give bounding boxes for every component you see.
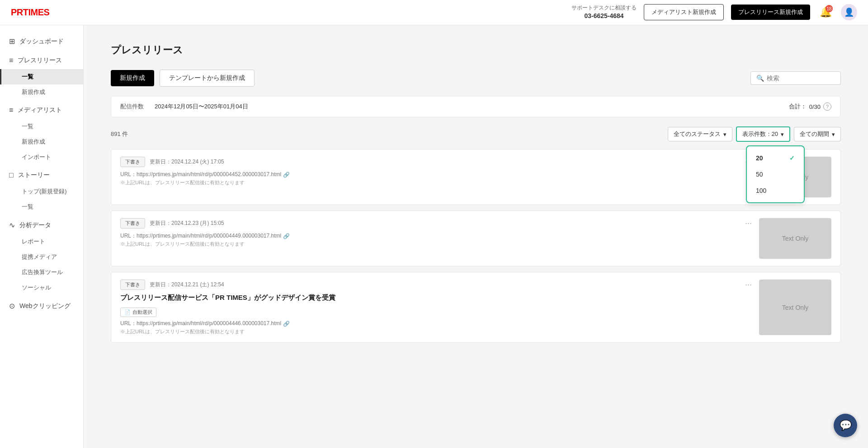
sidebar-subitem-partner-media[interactable]: 提携メディア bbox=[0, 249, 83, 265]
sidebar-subitem-ad-tool[interactable]: 広告換算ツール bbox=[0, 265, 83, 280]
status-badge: 下書き bbox=[120, 218, 145, 229]
release-url: URL：https://prtimes.jp/main/html/rd/p/00… bbox=[120, 232, 752, 240]
sidebar-item-label: 分析データ bbox=[19, 221, 51, 229]
link-icon: 🔗 bbox=[283, 321, 290, 327]
story-icon: □ bbox=[9, 171, 14, 179]
notification-bell[interactable]: 🔔 18 bbox=[817, 4, 834, 20]
chevron-down-icon: ▾ bbox=[723, 131, 726, 138]
topbar-right: サポートデスクに相談する 03-6625-4684 メディアリスト新規作成 プレ… bbox=[571, 4, 857, 20]
stats-total-label: 合計： bbox=[789, 103, 807, 111]
avatar[interactable]: 👤 bbox=[841, 4, 857, 20]
logo: PRTIMES bbox=[11, 7, 49, 18]
tag-icon: 📄 bbox=[124, 309, 131, 315]
search-input[interactable] bbox=[767, 75, 835, 82]
filter-bar: 891 件 全てのステータス ▾ 表示件数：20 ▾ 20 ✓ bbox=[111, 126, 841, 142]
help-icon[interactable]: ? bbox=[823, 103, 831, 111]
display-count-dropdown: 20 ✓ 50 100 bbox=[746, 145, 805, 203]
stats-total: 合計： 0/30 ? bbox=[789, 103, 831, 111]
stats-bar: 配信件数 2024年12月05日〜2025年01月04日 合計： 0/30 ? bbox=[111, 96, 841, 117]
release-note: ※上記URLは、プレスリリース配信後に有効となります bbox=[120, 328, 752, 335]
sidebar-section-story: □ ストーリー トップ(新規登録) 一覧 bbox=[0, 167, 83, 215]
sidebar-subitem-new[interactable]: 新規作成 bbox=[0, 84, 83, 100]
dropdown-item-50[interactable]: 50 bbox=[747, 166, 804, 182]
sidebar-item-dashboard[interactable]: ⊞ ダッシュボード bbox=[0, 33, 83, 50]
release-note: ※上記URLは、プレスリリース配信後に有効となります bbox=[120, 179, 752, 186]
status-filter[interactable]: 全てのステータス ▾ bbox=[668, 127, 732, 141]
release-date: 更新日：2024.12.21 (土) 12:54 bbox=[150, 281, 224, 289]
dropdown-option-label: 50 bbox=[756, 171, 763, 178]
sidebar-item-analytics[interactable]: ∿ 分析データ bbox=[0, 216, 83, 234]
release-list: 下書き 更新日：2024.12.24 (火) 17:05 ··· URL：htt… bbox=[111, 149, 841, 343]
link-icon: 🔗 bbox=[283, 172, 290, 178]
sidebar-item-web-clipping[interactable]: ⊙ Webクリッピング bbox=[0, 297, 83, 315]
sidebar-section-analytics: ∿ 分析データ レポート 提携メディア 広告換算ツール ソーシャル bbox=[0, 216, 83, 295]
display-count-label: 表示件数：20 bbox=[742, 130, 778, 138]
new-button[interactable]: 新規作成 bbox=[111, 70, 154, 86]
sidebar-subitem-report[interactable]: レポート bbox=[0, 234, 83, 249]
sidebar-section-media-list: ≡ メディアリスト 一覧 新規作成 インポート bbox=[0, 102, 83, 165]
media-list-icon: ≡ bbox=[9, 106, 13, 114]
release-item: 下書き 更新日：2024.12.21 (土) 12:54 ··· プレスリリース… bbox=[111, 272, 841, 343]
more-button[interactable]: ··· bbox=[745, 219, 752, 228]
period-filter[interactable]: 全ての期間 ▾ bbox=[794, 127, 841, 141]
release-meta: 下書き 更新日：2024.12.24 (火) 17:05 ··· bbox=[120, 157, 752, 167]
status-badge: 下書き bbox=[120, 157, 145, 167]
check-icon: ✓ bbox=[789, 154, 795, 162]
press-release-icon: ≡ bbox=[9, 56, 13, 65]
sidebar-subitem-social[interactable]: ソーシャル bbox=[0, 280, 83, 295]
support-label: サポートデスクに相談する bbox=[571, 4, 637, 12]
media-list-create-button[interactable]: メディアリスト新規作成 bbox=[644, 4, 724, 20]
template-button[interactable]: テンプレートから新規作成 bbox=[160, 70, 255, 87]
sidebar-item-label: ストーリー bbox=[18, 171, 50, 179]
dropdown-option-label: 100 bbox=[756, 187, 766, 194]
support-info: サポートデスクに相談する 03-6625-4684 bbox=[571, 4, 637, 20]
analytics-icon: ∿ bbox=[9, 221, 15, 229]
sidebar-item-story[interactable]: □ ストーリー bbox=[0, 167, 83, 184]
release-date: 更新日：2024.12.24 (火) 17:05 bbox=[150, 158, 224, 166]
release-meta: 下書き 更新日：2024.12.21 (土) 12:54 ··· bbox=[120, 280, 752, 290]
release-info: 下書き 更新日：2024.12.21 (土) 12:54 ··· プレスリリース… bbox=[120, 280, 752, 335]
chat-icon: 💬 bbox=[840, 420, 852, 431]
sidebar-section-dashboard: ⊞ ダッシュボード bbox=[0, 33, 83, 50]
stats-total-value: 0/30 bbox=[809, 103, 821, 110]
more-button[interactable]: ··· bbox=[745, 280, 752, 289]
search-box: 🔍 bbox=[750, 71, 841, 85]
filter-right: 全てのステータス ▾ 表示件数：20 ▾ 20 ✓ 50 bbox=[668, 126, 841, 142]
release-date: 更新日：2024.12.23 (月) 15:05 bbox=[150, 219, 224, 227]
dropdown-item-100[interactable]: 100 bbox=[747, 182, 804, 199]
sidebar-subitem-story-top[interactable]: トップ(新規登録) bbox=[0, 184, 83, 199]
release-note: ※上記URLは、プレスリリース配信後に有効となります bbox=[120, 241, 752, 247]
sidebar-item-label: メディアリスト bbox=[18, 106, 62, 114]
sidebar-subitem-story-list[interactable]: 一覧 bbox=[0, 199, 83, 215]
sidebar-item-label: ダッシュボード bbox=[19, 37, 64, 46]
toolbar: 新規作成 テンプレートから新規作成 🔍 bbox=[111, 70, 841, 87]
release-item: 下書き 更新日：2024.12.24 (火) 17:05 ··· URL：htt… bbox=[111, 149, 841, 205]
release-info: 下書き 更新日：2024.12.23 (月) 15:05 ··· URL：htt… bbox=[120, 218, 752, 259]
link-icon: 🔗 bbox=[283, 233, 290, 239]
sidebar-item-label: プレスリリース bbox=[18, 56, 62, 65]
web-clipping-icon: ⊙ bbox=[9, 302, 15, 310]
release-item: 下書き 更新日：2024.12.23 (月) 15:05 ··· URL：htt… bbox=[111, 210, 841, 266]
sidebar: ⊞ ダッシュボード ≡ プレスリリース 一覧 新規作成 ≡ bbox=[0, 25, 84, 448]
sidebar-subitem-import[interactable]: インポート bbox=[0, 149, 83, 165]
release-url: URL：https://prtimes.jp/main/html/rd/p/00… bbox=[120, 320, 752, 327]
new-release-button[interactable]: プレスリリース新規作成 bbox=[731, 5, 810, 20]
support-phone: 03-6625-4684 bbox=[571, 12, 637, 21]
sidebar-subitem-media-new[interactable]: 新規作成 bbox=[0, 134, 83, 149]
display-count-filter[interactable]: 表示件数：20 ▾ bbox=[736, 126, 790, 142]
dropdown-item-20[interactable]: 20 ✓ bbox=[747, 150, 804, 166]
sidebar-subitem-list[interactable]: 一覧 bbox=[0, 69, 83, 84]
release-thumbnail: Text Only bbox=[759, 280, 831, 335]
release-title: プレスリリース配信サービス「PR TIMES」がグッドデザイン賞を受賞 bbox=[120, 294, 752, 302]
status-badge: 下書き bbox=[120, 280, 145, 290]
sidebar-subitem-media-list[interactable]: 一覧 bbox=[0, 119, 83, 134]
dashboard-icon: ⊞ bbox=[9, 37, 15, 46]
search-icon: 🔍 bbox=[756, 75, 764, 82]
sidebar-item-press-release[interactable]: ≡ プレスリリース bbox=[0, 52, 83, 69]
stats-dates: 2024年12月05日〜2025年01月04日 bbox=[155, 103, 248, 111]
avatar-icon: 👤 bbox=[844, 7, 854, 17]
status-filter-label: 全てのステータス bbox=[674, 130, 721, 138]
chat-button[interactable]: 💬 bbox=[834, 414, 857, 437]
sidebar-item-media-list[interactable]: ≡ メディアリスト bbox=[0, 102, 83, 119]
sidebar-item-label: Webクリッピング bbox=[19, 302, 71, 310]
